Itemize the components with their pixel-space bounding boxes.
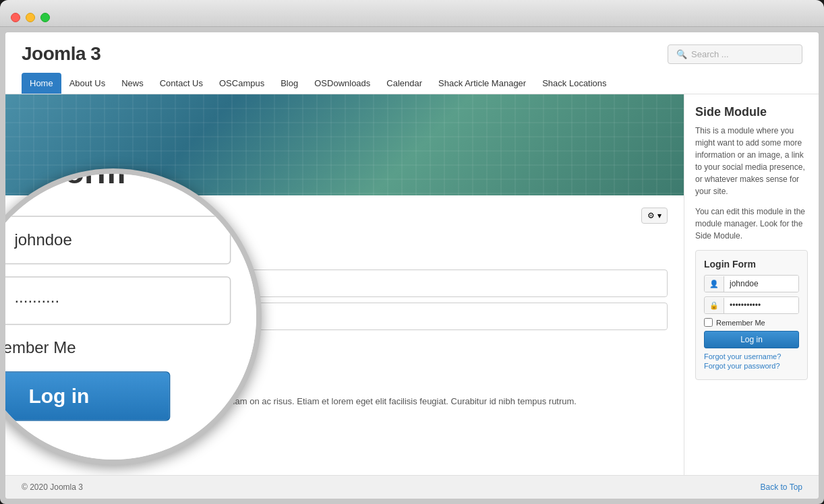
browser-container: Joomla 3 🔍 Search ... Home About Us News… [0,27,824,504]
side-module-text2: You can edit this module in the module m… [695,206,808,242]
nav-item-oscampus[interactable]: OSCampus [211,73,272,94]
user-icon: 👤 [22,270,53,296]
gear-dropdown-arrow: ▾ [657,211,661,220]
side-panel: Side Module This is a module where you m… [684,94,819,475]
main-content: ⚙ ▾ ule. Login Form 👤 🔒 [5,94,819,475]
site-header: Joomla 3 🔍 Search ... Home About Us News… [5,32,819,94]
traffic-lights [11,13,50,22]
nav-item-blog[interactable]: Blog [272,73,306,94]
nav-item-about[interactable]: About Us [61,73,113,94]
website: Joomla 3 🔍 Search ... Home About Us News… [5,32,819,499]
window-chrome [0,0,824,27]
search-placeholder: Search ... [691,49,729,59]
side-password-group: 🔒 [704,296,799,314]
side-module-title: Side Module [695,105,808,119]
side-user-icon: 👤 [705,276,724,292]
side-remember-label: Remember Me [716,319,765,327]
site-footer: © 2020 Joomla 3 Back to Top [5,475,819,499]
side-remember-group: Remember Me [704,318,799,327]
side-module-text1: This is a module where you might want to… [695,125,808,197]
nav-item-shack-article[interactable]: Shack Article Manager [430,73,534,94]
nav-item-osdownloads[interactable]: OSDownloads [306,73,378,94]
gear-button[interactable]: ⚙ ▾ [641,208,668,224]
nav-item-calendar[interactable]: Calendar [378,73,430,94]
password-group: 🔒 [22,303,668,330]
article-partial-heading: ule. [5,195,684,232]
lock-icon: 🔒 [22,303,53,329]
hero-image [5,94,684,195]
side-password-input[interactable] [724,297,799,313]
side-login-form: Login Form 👤 🔒 Remember Me Log in [695,250,808,380]
back-to-top-link[interactable]: Back to Top [761,482,802,492]
nav-item-home[interactable]: Home [22,73,61,94]
remember-me-label: Remember Me [36,338,98,349]
nav-item-contact[interactable]: Contact Us [152,73,211,94]
content-area: ⚙ ▾ ule. Login Form 👤 🔒 [5,94,684,475]
search-box[interactable]: 🔍 Search ... [668,44,802,64]
remember-me-checkbox[interactable] [22,340,30,348]
username-input[interactable] [53,272,667,296]
side-remember-checkbox[interactable] [704,318,713,327]
side-username-group: 👤 [704,275,799,292]
side-username-input[interactable] [724,276,799,292]
minimize-button[interactable] [26,13,35,22]
nav-item-shack-locations[interactable]: Shack Locations [534,73,614,94]
password-input[interactable] [53,305,667,329]
search-icon: 🔍 [676,49,687,59]
maximize-button[interactable] [40,13,50,22]
side-lock-icon: 🔒 [705,298,724,313]
gear-dropdown: ⚙ ▾ [641,208,668,224]
forgot-password-link[interactable]: Forgot your password? [704,362,799,370]
close-button[interactable] [11,13,20,22]
article-body: ed dictum sapien et cursus scelerisque. … [5,395,684,414]
login-form-main: Login Form 👤 🔒 Remember Me Log in [5,232,684,395]
header-top: Joomla 3 🔍 Search ... [22,43,802,65]
site-nav: Home About Us News Contact Us OSCampus B… [22,73,802,94]
remember-me-group: Remember Me [22,338,668,349]
login-button[interactable]: Log in [22,357,156,384]
forgot-username-link[interactable]: Forgot your username? [704,352,799,360]
gear-icon: ⚙ [647,211,655,220]
username-group: 👤 [22,270,668,297]
login-form-title: Login Form [22,243,668,259]
side-login-button[interactable]: Log in [704,331,799,348]
nav-item-news[interactable]: News [113,73,152,94]
side-login-title: Login Form [704,259,799,270]
footer-copyright: © 2020 Joomla 3 [22,482,83,492]
site-title: Joomla 3 [22,43,100,65]
